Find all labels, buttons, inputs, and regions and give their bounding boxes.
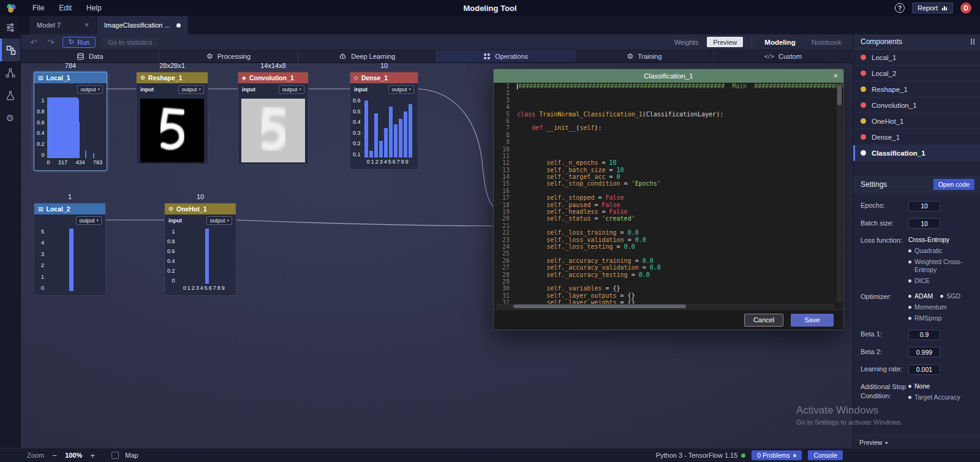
output-port-dropdown[interactable]: output ▾ [178,85,204,94]
code-text: self._headless = False [517,208,628,215]
loss-function-option-cross-entropy[interactable]: Cross-Entropy [908,236,949,244]
tab-notebook[interactable]: Notebook [808,39,845,46]
map-checkbox[interactable] [111,452,119,459]
category-operations[interactable]: Operations [437,50,575,62]
category-deep-learning[interactable]: Deep Learning [298,50,437,62]
component-item-onehot_1[interactable]: OneHot_1 [853,113,980,129]
report-button[interactable]: Report [912,2,953,13]
additional-stop-condition-option-target-accuracy[interactable]: Target Accuracy [908,393,960,401]
runtime-status-dot-icon [741,453,745,458]
optimizer-option-momentum[interactable]: Momentum [908,303,947,311]
node-dim-label: 784 [34,63,107,69]
line-number: 4 [494,104,510,110]
code-line: 17 self._stopped = False [494,194,843,201]
node-local-2[interactable]: 1 ▤ Local_2 output ▾ 543210 [34,203,106,296]
line-number: 6 [494,118,510,124]
sidebar-item-experiments[interactable] [0,84,20,107]
output-port-dropdown[interactable]: output ▾ [77,85,103,94]
save-button[interactable]: Save [791,314,834,327]
cancel-button[interactable]: Cancel [744,314,783,327]
loss-function-option-weighted-cross-entropy[interactable]: Weighted Cross-Entropy [908,258,973,274]
panel-preview-toggle[interactable]: Preview ▴ [853,436,980,448]
menu-edit[interactable]: Edit [51,0,79,16]
sidebar-item-model-editor[interactable] [0,39,20,61]
run-button[interactable]: ↻ Run [62,37,96,48]
go-to-statistics-button[interactable]: Go to statistics [102,37,158,48]
node-header[interactable]: ⚙ Reshape_1 [137,72,208,83]
chart-plot-area: 0217434783 [47,97,102,165]
settings-field-label: Epochs: [861,200,908,211]
input-port-label[interactable]: input [354,86,368,93]
loss-function-option-dice[interactable]: DICE [908,277,930,285]
menu-help[interactable]: Help [79,0,109,16]
node-header[interactable]: ⚙ OneHot_1 [165,203,236,214]
node-local-1[interactable]: 784 ▤ Local_1 output ▾ 10.80.60.40.20021… [34,72,107,171]
console-button[interactable]: Console [808,450,843,460]
component-item-local_2[interactable]: Local_2 [853,66,980,81]
input-port-label[interactable]: input [140,86,154,93]
code-editor[interactable]: 1#######################################… [494,83,843,304]
additional-stop-condition-option-none[interactable]: None [908,382,930,390]
component-item-dense_1[interactable]: Dense_1 [853,129,980,145]
node-header[interactable]: ▤ Local_2 [34,203,105,214]
optimizer-option-sgd[interactable]: SGD [940,292,960,300]
category-data[interactable]: Data [21,50,159,62]
component-item-convolution_1[interactable]: Convolution_1 [853,97,980,113]
epochs-input[interactable] [908,201,940,211]
sidebar-item-layers[interactable] [0,16,20,39]
category-processing[interactable]: ⚙ Processing [159,50,298,62]
output-port-dropdown[interactable]: output ▾ [206,216,232,225]
redo-arrow-icon[interactable]: ↷ [45,37,56,47]
component-item-reshape_1[interactable]: Reshape_1 [853,81,980,97]
preview-button[interactable]: Preview [707,37,743,47]
beta-2-input[interactable] [908,347,940,357]
sidebar-item-settings[interactable]: ⚙ [0,107,20,129]
node-header[interactable]: ▤ Local_1 [34,72,107,83]
scrollbar-thumb[interactable] [837,85,842,105]
loss-function-option-quadratic[interactable]: Quadratic [908,247,943,255]
weights-button[interactable]: Weights [674,39,699,46]
menu-file[interactable]: File [25,0,51,16]
category-custom[interactable]: </> Custom [714,50,853,62]
tab-imageclassification[interactable]: ImageClassification ... [97,16,189,34]
horizontal-scrollbar[interactable] [496,304,835,309]
optimizer-option-rmsprop[interactable]: RMSprop [908,314,941,322]
output-port-dropdown[interactable]: output ▾ [76,216,102,225]
modal-title-bar[interactable]: Classification_1 × [494,69,843,83]
category-training[interactable]: ⚙ Training [575,50,714,62]
scrollbar-thumb[interactable] [513,305,686,308]
input-port-label[interactable]: input [242,86,255,93]
learning-rate-input[interactable] [908,365,940,375]
vertical-scrollbar[interactable] [837,84,842,303]
help-icon[interactable]: ? [895,3,905,13]
zoom-in-button[interactable]: + [88,451,97,460]
columns-icon[interactable] [971,39,974,45]
node-reshape-1[interactable]: 28x28x1 ⚙ Reshape_1 input output ▾ [136,72,208,165]
zoom-out-button[interactable]: − [50,451,59,460]
node-onehot-1[interactable]: 10 ⚙ OneHot_1 input output ▾ 10.80.60.40… [164,203,236,296]
tab-modeling[interactable]: Modeling [761,39,799,46]
undo-arrow-icon[interactable]: ↶ [28,37,39,47]
model-blocks-icon [6,45,16,55]
settings-field-label: Beta 2: [861,346,908,358]
output-port-dropdown[interactable]: output ▾ [279,85,304,94]
sidebar-item-network[interactable] [0,61,20,84]
batch-size-input[interactable] [908,218,940,229]
user-avatar[interactable]: D [960,2,971,13]
tab-model-7[interactable]: Model 7 × [29,16,97,34]
component-item-local_1[interactable]: Local_1 [853,50,980,66]
input-port-label[interactable]: input [168,218,182,224]
open-code-button[interactable]: Open code [933,179,974,190]
node-header[interactable]: ◈ Convolution_1 [238,72,308,83]
component-item-classification_1[interactable]: Classification_1 [853,145,980,161]
close-icon[interactable]: × [85,21,89,29]
y-tick-label: 0.6 [167,248,175,254]
optimizer-option-adam[interactable]: ADAM [908,292,933,300]
close-icon[interactable]: × [833,69,838,83]
node-header[interactable]: ◇ Dense_1 [350,72,418,83]
beta-1-input[interactable] [908,330,940,340]
problems-button[interactable]: 0 Problems [752,450,802,460]
node-dense-1[interactable]: 10 ◇ Dense_1 input output ▾ 0.60.50.40.3… [350,72,418,170]
output-port-dropdown[interactable]: output ▾ [388,85,414,94]
node-convolution-1[interactable]: 14x14x8 ◈ Convolution_1 input output ▾ [238,72,309,165]
